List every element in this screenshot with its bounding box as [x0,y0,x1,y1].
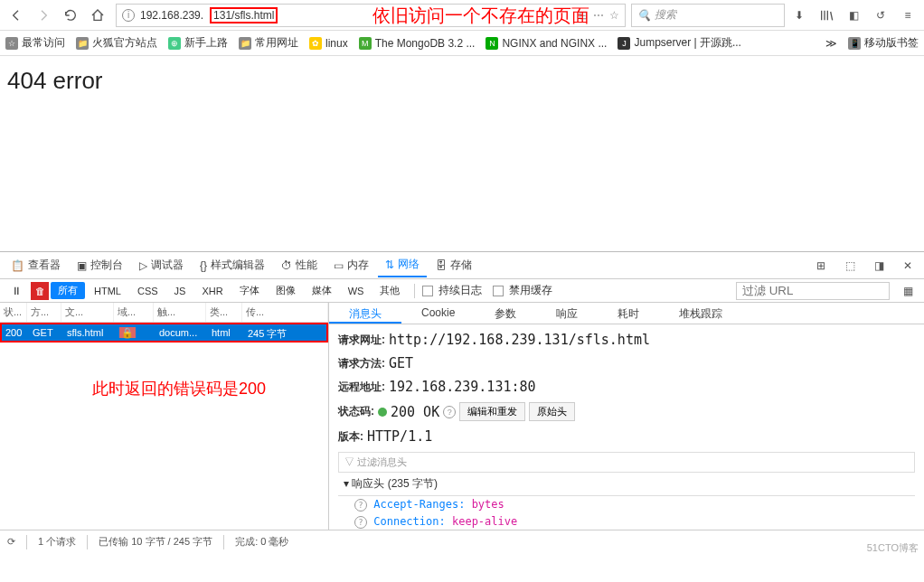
sidebar-button[interactable]: ◧ [841,3,866,28]
filter-xhr[interactable]: XHR [194,284,230,298]
status-value: 200 OK [391,404,439,420]
annotation-mid: 此时返回的错误码是200 [92,378,266,399]
domain-icon: 🔒 [119,327,136,338]
library-button[interactable] [814,3,839,28]
favicon-icon: ⊕ [168,37,181,50]
help-icon[interactable]: ? [354,516,367,529]
transfer-size: 已传输 10 字节 / 245 字节 [99,535,212,549]
annotation-top: 依旧访问一个不存在的页面 [372,4,589,28]
bookmark-item[interactable]: ⊕新手上路 [168,35,228,51]
dt-dock-icon[interactable]: ◨ [866,253,891,278]
version-label: 版本: [338,429,363,445]
disable-cache-checkbox[interactable] [493,286,504,296]
filter-font[interactable]: 字体 [232,282,267,299]
library-icon [819,8,834,23]
favicon-icon: ✿ [309,37,322,50]
bookmark-item[interactable]: NNGINX and NGINX ... [486,37,607,50]
method-value: GET [389,355,413,371]
reload-icon [63,8,78,23]
dtab-params[interactable]: 参数 [475,303,536,324]
back-button[interactable] [4,3,29,28]
dt-responsive-icon[interactable]: ⬚ [837,253,863,278]
persist-checkbox[interactable] [422,286,433,296]
dtab-response[interactable]: 响应 [536,303,598,324]
status-label: 状态码: [338,404,374,419]
bookmark-item[interactable]: MThe MongoDB 3.2 ... [359,37,476,50]
header-row: ? Connection: keep-alive [338,513,915,530]
home-button[interactable] [85,3,110,28]
menu-button[interactable]: ≡ [895,3,920,28]
favicon-icon: N [486,37,498,50]
dtab-timing[interactable]: 耗时 [598,303,659,324]
star-icon[interactable]: ☆ [609,9,619,22]
dtab-headers[interactable]: 消息头 [329,303,401,324]
pause-icon[interactable]: ⏸ [4,278,29,304]
overflow-icon[interactable]: ≫ [825,37,837,50]
downloads-button[interactable]: ⬇ [787,3,812,28]
search-bar[interactable]: 🔍 搜索 [631,4,785,27]
response-headers-toggle[interactable]: ▾ 响应头 (235 字节) [338,473,915,496]
filter-url-input[interactable] [736,282,890,300]
request-columns: 状... 方... 文... 域... 触... 类... 传... [0,303,328,323]
persist-label: 持续日志 [438,283,482,298]
remote-label: 远程地址: [338,380,385,395]
url-label: 请求网址: [338,333,385,348]
info-icon[interactable]: i [122,9,135,22]
filter-css[interactable]: CSS [130,284,165,298]
tab-style[interactable]: {} 样式编辑器 [193,254,272,277]
tab-storage[interactable]: 🗄 存储 [429,254,479,277]
edit-resend-button[interactable]: 编辑和重发 [459,402,525,421]
bookmark-item[interactable]: 📁常用网址 [239,35,298,51]
filter-headers-input[interactable]: ▽ 过滤消息头 [338,452,915,473]
reload-button[interactable] [58,3,83,28]
dtab-cookie[interactable]: Cookie [401,303,475,324]
dtab-stack[interactable]: 堆栈跟踪 [659,303,742,324]
bookmark-item[interactable]: JJumpserver | 开源跳... [618,35,740,51]
mobile-bookmarks[interactable]: 📱移动版书签 [848,35,919,51]
help-icon[interactable]: ? [354,499,367,512]
perf-icon[interactable]: ⟳ [7,536,15,548]
tab-perf[interactable]: ⏱ 性能 [274,254,325,277]
bookmark-item[interactable]: ✿linux [309,37,348,50]
dt-options-icon[interactable]: ⊞ [808,253,834,278]
ellipsis-icon[interactable]: ⋯ [593,9,604,22]
filter-html[interactable]: HTML [87,284,128,298]
filter-other[interactable]: 其他 [372,282,407,299]
favicon-icon: J [618,37,630,50]
history-button[interactable]: ↺ [868,3,893,28]
header-row: ? Accept-Ranges: bytes [338,496,915,513]
favicon-icon: ☆ [5,37,18,50]
favicon-icon: 📁 [239,37,251,50]
devtools: 📋 查看器 ▣ 控制台 ▷ 调试器 {} 样式编辑器 ⏱ 性能 ▭ 内存 ⇅ 网… [0,251,924,553]
dt-close-icon[interactable]: ✕ [895,253,920,278]
request-row[interactable]: 200 GET sfls.html 🔒 19... docum... html … [0,323,328,343]
filter-img[interactable]: 图像 [269,282,303,299]
favicon-icon: 📁 [76,37,89,50]
tab-console[interactable]: ▣ 控制台 [70,254,130,277]
tab-debugger[interactable]: ▷ 调试器 [132,254,191,277]
bookmark-item[interactable]: ☆最常访问 [5,35,65,51]
tab-inspector[interactable]: 📋 查看器 [4,254,68,277]
remote-value: 192.168.239.131:80 [389,379,536,395]
filter-all[interactable]: 所有 [51,282,85,299]
devtools-tabs: 📋 查看器 ▣ 控制台 ▷ 调试器 {} 样式编辑器 ⏱ 性能 ▭ 内存 ⇅ 网… [0,252,924,279]
bookmark-item[interactable]: 📁火狐官方站点 [76,35,157,51]
search-placeholder: 搜索 [655,7,676,23]
filter-ws[interactable]: WS [341,284,372,298]
forward-button[interactable] [31,3,56,28]
har-icon[interactable]: ▦ [895,278,920,304]
filter-media[interactable]: 媒体 [305,282,339,299]
raw-headers-button[interactable]: 原始头 [529,402,575,421]
favicon-icon: M [359,37,372,50]
tab-memory[interactable]: ▭ 内存 [326,254,376,277]
filter-js[interactable]: JS [167,284,193,298]
method-label: 请求方法: [338,356,385,371]
request-detail: 消息头 Cookie 参数 响应 耗时 堆栈跟踪 请求网址: http://19… [329,303,924,530]
clear-button[interactable]: 🗑 [31,282,49,300]
mobile-icon: 📱 [848,37,861,50]
url-value: http://192.168.239.131/sfls.html [389,332,650,348]
help-icon[interactable]: ? [443,406,456,418]
detail-body: 请求网址: http://192.168.239.131/sfls.html 请… [329,324,924,530]
requests-count: 1 个请求 [38,535,76,549]
tab-network[interactable]: ⇅ 网络 [378,253,427,277]
